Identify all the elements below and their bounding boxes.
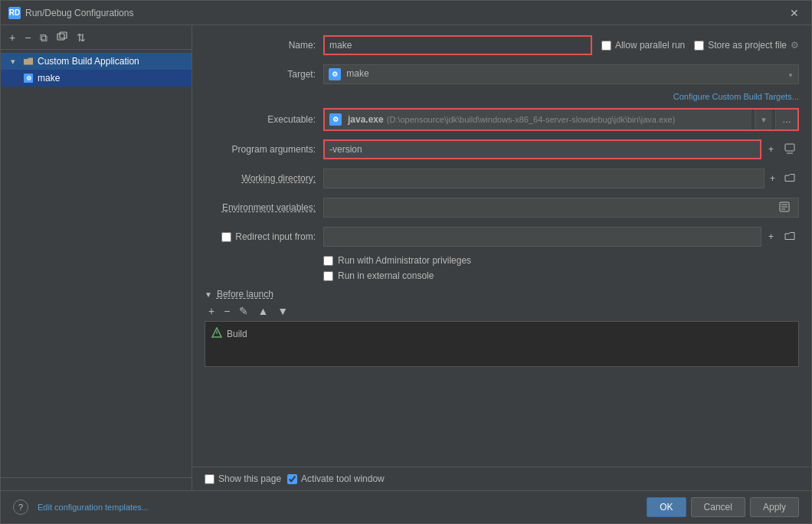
- name-label: Name:: [205, 40, 323, 51]
- run-external-checkbox[interactable]: [323, 271, 333, 281]
- allow-parallel-label: Allow parallel run: [615, 40, 685, 51]
- redirect-row: Redirect input from: +: [205, 226, 799, 247]
- before-launch-up-btn[interactable]: ▲: [254, 304, 272, 318]
- executable-dropdown-btn[interactable]: ▼: [755, 110, 772, 129]
- executable-path: (D:\opensource\jdk\build\windows-x86_64-…: [387, 115, 676, 124]
- env-vars-row: Environment variables:: [205, 197, 799, 218]
- svg-text:⚙: ⚙: [26, 75, 31, 82]
- working-dir-browse-btn[interactable]: [781, 171, 799, 187]
- executable-row: Executable: ⚙ java.exe (D:\opensource\jd…: [205, 108, 799, 131]
- tree-item-custom-build[interactable]: ▾ Custom Build Application: [1, 53, 192, 70]
- list-item[interactable]: Build: [208, 325, 795, 342]
- name-row: Name: Allow parallel run Store as projec…: [205, 34, 799, 56]
- before-launch-add-btn[interactable]: +: [205, 304, 218, 318]
- config-tree: ▾ Custom Build Application ⚙: [1, 50, 192, 477]
- executable-display: ⚙ java.exe (D:\opensource\jdk\build\wind…: [325, 110, 751, 129]
- exe-icon: ⚙: [329, 113, 342, 126]
- executable-label: Executable:: [205, 114, 323, 125]
- copy-folder-button[interactable]: [53, 30, 71, 45]
- run-external-label: Run in external console: [338, 270, 434, 281]
- before-launch-remove-btn[interactable]: −: [220, 304, 234, 318]
- build-icon: [211, 327, 222, 340]
- before-launch-collapse-btn[interactable]: ▼: [205, 290, 212, 299]
- run-admin-checkbox[interactable]: [323, 256, 333, 266]
- close-button[interactable]: ✕: [785, 5, 804, 21]
- run-admin-label: Run with Administrator privileges: [338, 255, 471, 266]
- target-chevron-icon: [787, 69, 794, 80]
- store-as-project-checkbox[interactable]: [694, 41, 704, 51]
- executable-browse-btn[interactable]: …: [775, 110, 797, 129]
- working-dir-label: Working directory:: [205, 173, 323, 184]
- program-args-row: Program arguments: +: [205, 139, 799, 160]
- configure-link[interactable]: Configure Custom Build Targets...: [673, 92, 799, 101]
- tree-make-icon: ⚙: [22, 72, 34, 84]
- name-input[interactable]: [323, 35, 592, 55]
- target-make-icon: ⚙: [329, 68, 341, 80]
- redirect-browse-btn[interactable]: [781, 229, 799, 245]
- before-launch-edit-btn[interactable]: ✎: [235, 304, 252, 318]
- program-args-input[interactable]: [323, 139, 761, 159]
- before-launch-down-btn[interactable]: ▼: [273, 304, 292, 318]
- redirect-expand-btn[interactable]: +: [765, 230, 778, 244]
- redirect-label: Redirect input from:: [205, 231, 323, 242]
- store-gear-icon[interactable]: ⚙: [791, 40, 799, 51]
- run-admin-row: Run with Administrator privileges: [323, 255, 799, 266]
- program-args-label: Program arguments:: [205, 144, 323, 155]
- help-button[interactable]: ?: [13, 499, 28, 515]
- show-page-check: Show this page: [205, 473, 281, 484]
- env-vars-field[interactable]: [323, 198, 799, 218]
- allow-parallel-checkbox[interactable]: [601, 41, 611, 51]
- sort-button[interactable]: ⇅: [73, 31, 90, 44]
- tree-item-make[interactable]: ⚙ make: [1, 70, 192, 87]
- executable-filename: java.exe: [348, 114, 384, 125]
- redirect-input[interactable]: [323, 227, 761, 247]
- dialog-title: Run/Debug Configurations: [25, 8, 133, 18]
- working-dir-input[interactable]: [323, 169, 765, 188]
- title-bar: RD Run/Debug Configurations ✕: [1, 1, 811, 25]
- dialog-body: + − ⧉ ⇅ ▾: [1, 25, 811, 490]
- copy-config-button[interactable]: ⧉: [36, 31, 51, 44]
- target-control: ⚙ make: [323, 64, 799, 84]
- before-launch-section: ▼ Before launch: [205, 289, 799, 300]
- working-dir-row: Working directory: +: [205, 168, 799, 189]
- activate-tool-checkbox[interactable]: [287, 474, 297, 484]
- bottom-bar: Show this page Activate tool window: [192, 467, 811, 490]
- target-value: make: [346, 68, 368, 79]
- store-as-project-label: Store as project file: [708, 40, 787, 51]
- target-dropdown[interactable]: ⚙ make: [323, 64, 799, 84]
- cancel-button[interactable]: Cancel: [691, 497, 745, 517]
- tree-folder-icon: [22, 55, 34, 67]
- left-panel: + − ⧉ ⇅ ▾: [1, 25, 192, 490]
- env-vars-browse-btn[interactable]: [775, 200, 794, 216]
- name-control: [323, 35, 592, 55]
- tree-root-label: Custom Build Application: [38, 56, 139, 67]
- run-debug-dialog: RD Run/Debug Configurations ✕ + − ⧉ ⇅: [0, 0, 812, 524]
- svg-rect-0: [57, 34, 64, 40]
- activate-tool-check: Activate tool window: [287, 473, 385, 484]
- right-panel: Name: Allow parallel run Store as projec…: [192, 25, 811, 490]
- working-dir-expand-btn[interactable]: +: [766, 172, 779, 185]
- redirect-checkbox[interactable]: [221, 232, 231, 242]
- remove-config-button[interactable]: −: [21, 31, 34, 44]
- svg-rect-1: [60, 32, 67, 38]
- edit-templates-link[interactable]: Edit configuration templates...: [38, 503, 149, 512]
- apply-button[interactable]: Apply: [750, 497, 799, 517]
- program-args-expand-btn[interactable]: +: [765, 142, 778, 156]
- before-launch-list: Build: [205, 321, 799, 367]
- add-config-button[interactable]: +: [5, 31, 19, 44]
- dialog-footer: ? Edit configuration templates... OK Can…: [1, 490, 811, 523]
- redirect-control: +: [323, 227, 799, 247]
- redirect-text: Redirect input from:: [235, 231, 316, 242]
- executable-control: ⚙ java.exe (D:\opensource\jdk\build\wind…: [323, 108, 799, 131]
- env-vars-control: [323, 198, 799, 218]
- right-content: Name: Allow parallel run Store as projec…: [192, 25, 811, 467]
- program-args-control: +: [323, 139, 799, 159]
- tree-make-label: make: [38, 73, 60, 84]
- before-launch-toolbar: + − ✎ ▲ ▼: [205, 304, 799, 318]
- configure-link-row: Configure Custom Build Targets...: [205, 93, 799, 103]
- show-page-checkbox[interactable]: [205, 474, 214, 484]
- ok-button[interactable]: OK: [647, 497, 686, 517]
- left-footer: [1, 477, 192, 490]
- configurations-toolbar: + − ⧉ ⇅: [1, 25, 192, 50]
- program-args-browse-btn[interactable]: [781, 142, 799, 158]
